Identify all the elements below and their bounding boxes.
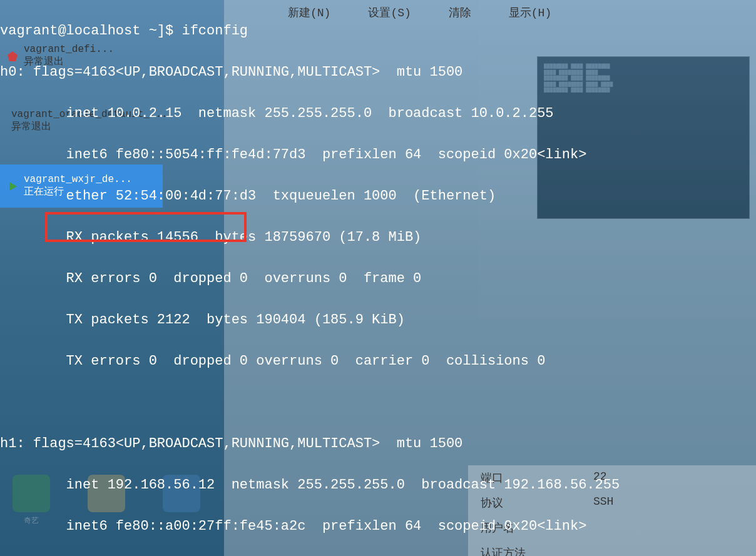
- iface0-rx-packets: RX packets 14556 bytes 18759670 (17.8 Mi…: [0, 227, 756, 248]
- iface0-rx-errors: RX errors 0 dropped 0 overruns 0 frame 0: [0, 268, 756, 289]
- iface0-inet6: inet6 fe80::5054:ff:fe4d:77d3 prefixlen …: [0, 144, 756, 165]
- iface1-header: h1: flags=4163<UP,BROADCAST,RUNNING,MULT…: [0, 433, 756, 454]
- terminal-prompt: vagrant@localhost ~]$ ifconfig: [0, 21, 756, 41]
- iface1-inet: inet 192.168.56.12 netmask 255.255.255.0…: [0, 475, 756, 495]
- terminal-output[interactable]: vagrant@localhost ~]$ ifconfig h0: flags…: [0, 0, 756, 556]
- iface0-inet: inet 10.0.2.15 netmask 255.255.255.0 bro…: [0, 103, 756, 124]
- iface0-tx-errors: TX errors 0 dropped 0 overruns 0 carrier…: [0, 351, 756, 372]
- iface0-ether: ether 52:54:00:4d:77:d3 txqueuelen 1000 …: [0, 186, 756, 206]
- iface0-tx-packets: TX packets 2122 bytes 190404 (185.9 KiB): [0, 310, 756, 330]
- iface0-header: h0: flags=4163<UP,BROADCAST,RUNNING,MULT…: [0, 62, 756, 83]
- iface1-inet6: inet6 fe80::a00:27ff:fe45:a2c prefixlen …: [0, 516, 756, 537]
- blank-line: [0, 392, 756, 413]
